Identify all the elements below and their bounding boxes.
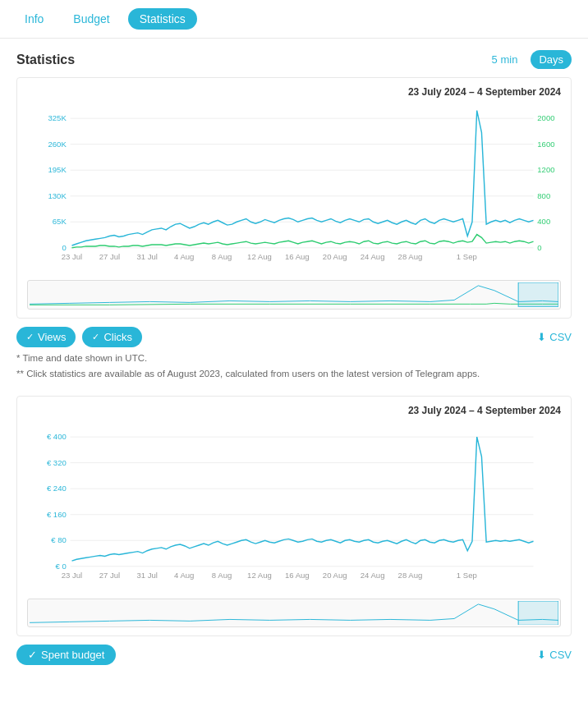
svg-text:65K: 65K [53,217,67,226]
tab-budget[interactable]: Budget [62,8,121,30]
svg-text:8 Aug: 8 Aug [212,252,232,261]
page-title: Statistics [16,53,75,67]
svg-text:€ 0: € 0 [56,561,67,570]
views-clicks-chart: 325K 260K 195K 130K 65K 0 2000 1600 1200… [27,103,561,275]
chart2-mini-svg [30,601,558,625]
chart2-date-range: 23 July 2024 – 4 September 2024 [27,405,561,416]
svg-text:20 Aug: 20 Aug [323,252,347,261]
chart2-csv-button[interactable]: ⬇ CSV [537,649,572,661]
top-navigation: Info Budget Statistics [0,0,588,39]
svg-text:€ 320: € 320 [47,457,67,466]
views-label: Views [38,331,66,343]
views-clicks-chart-container: 23 July 2024 – 4 September 2024 325K 260… [16,77,572,319]
svg-text:16 Aug: 16 Aug [285,571,310,580]
svg-text:€ 400: € 400 [47,432,67,441]
svg-text:4 Aug: 4 Aug [174,252,194,261]
svg-text:8 Aug: 8 Aug [212,571,232,580]
svg-text:2000: 2000 [537,113,554,122]
svg-text:1600: 1600 [537,140,554,149]
svg-text:31 Jul: 31 Jul [137,252,158,261]
section-header: Statistics 5 min Days [16,50,572,69]
svg-text:800: 800 [537,191,550,200]
clicks-label: Clicks [103,331,132,343]
spent-budget-legend-button[interactable]: ✓ Spent budget [16,645,116,665]
chart1-mini-overview[interactable] [27,280,561,309]
spent-check-icon: ✓ [28,649,37,661]
5min-button[interactable]: 5 min [484,50,526,69]
svg-text:€ 80: € 80 [51,535,67,544]
chart1-mini-svg [30,282,558,306]
chart1-date-range: 23 July 2024 – 4 September 2024 [27,86,561,98]
svg-text:325K: 325K [48,113,67,122]
budget-chart-container: 23 July 2024 – 4 September 2024 € 400 € … [16,396,572,637]
svg-text:12 Aug: 12 Aug [247,571,272,580]
tab-statistics[interactable]: Statistics [128,8,197,30]
csv-label2: CSV [549,649,572,661]
chart2-mini-overview[interactable] [27,599,561,627]
svg-text:4 Aug: 4 Aug [174,571,194,580]
budget-chart: € 400 € 320 € 240 € 160 € 80 € 0 23 Jul … [27,421,561,594]
svg-text:24 Aug: 24 Aug [361,252,385,261]
svg-text:12 Aug: 12 Aug [247,252,272,261]
note-line1: * Time and date shown in UTC. [16,351,572,367]
svg-text:1 Sep: 1 Sep [457,252,477,261]
svg-text:27 Jul: 27 Jul [99,252,120,261]
svg-text:130K: 130K [48,191,67,200]
time-controls: 5 min Days [484,50,572,69]
views-legend-button[interactable]: ✓ Views [16,327,76,347]
clicks-legend-button[interactable]: ✓ Clicks [82,327,142,347]
legend-items: ✓ Views ✓ Clicks [16,327,142,347]
download-icon: ⬇ [537,331,546,343]
svg-text:1 Sep: 1 Sep [457,571,477,580]
svg-text:195K: 195K [48,165,67,174]
spent-budget-label: Spent budget [41,649,104,661]
svg-rect-55 [518,601,558,625]
svg-text:0: 0 [537,243,541,252]
svg-text:20 Aug: 20 Aug [323,571,347,580]
svg-text:16 Aug: 16 Aug [285,252,310,261]
svg-text:0: 0 [62,243,66,252]
svg-rect-30 [518,282,558,306]
days-button[interactable]: Days [531,50,572,69]
svg-text:400: 400 [537,217,550,226]
main-content: Statistics 5 min Days 23 July 2024 – 4 S… [0,39,588,677]
svg-text:31 Jul: 31 Jul [137,571,158,580]
svg-text:1200: 1200 [537,165,554,174]
chart1-csv-button[interactable]: ⬇ CSV [537,331,572,343]
note-line2: ** Click statistics are available as of … [16,366,572,383]
svg-text:€ 160: € 160 [47,509,67,518]
svg-text:260K: 260K [48,140,67,149]
svg-text:23 Jul: 23 Jul [62,571,82,580]
svg-text:27 Jul: 27 Jul [99,571,120,580]
views-check-icon: ✓ [26,332,34,342]
clicks-check-icon: ✓ [92,332,99,342]
svg-text:28 Aug: 28 Aug [398,571,423,580]
chart-notes: * Time and date shown in UTC. ** Click s… [16,351,572,383]
chart1-legend-row: ✓ Views ✓ Clicks ⬇ CSV [16,327,572,347]
svg-text:24 Aug: 24 Aug [361,571,385,580]
chart2-legend-row: ✓ Spent budget ⬇ CSV [16,645,572,665]
tab-info[interactable]: Info [13,8,55,30]
svg-text:28 Aug: 28 Aug [398,252,423,261]
svg-text:€ 240: € 240 [47,484,67,493]
svg-text:23 Jul: 23 Jul [62,252,82,261]
csv-label: CSV [549,331,572,343]
download-icon2: ⬇ [537,649,546,661]
